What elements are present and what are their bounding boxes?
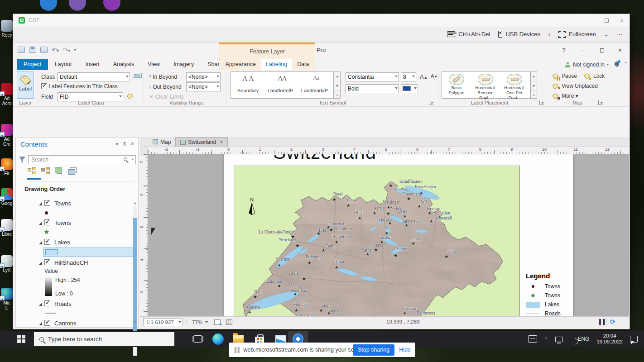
text-symbol-style-2[interactable]: AALandform/P... — [265, 72, 299, 98]
app-teams-purple-icon[interactable] — [69, 0, 86, 11]
fullscreen-dropdown[interactable]: ⌄ — [604, 31, 609, 38]
remote-close-button[interactable]: × — [614, 14, 630, 27]
grow-font-button[interactable]: A▲ — [420, 73, 428, 80]
font-style-combobox[interactable]: Bold — [346, 84, 399, 93]
grid-icon[interactable] — [226, 319, 232, 325]
undo-button[interactable]: ↶▾ — [52, 46, 59, 53]
arcgis-close-button[interactable]: × — [613, 44, 627, 56]
out-beyond-combobox[interactable]: <None> — [186, 82, 221, 91]
redo-button[interactable]: ↷▾ — [63, 46, 70, 53]
scrollbar-thumb[interactable] — [133, 218, 137, 344]
stop-sharing-button[interactable]: Stop sharing — [353, 344, 394, 356]
desktop-icon-acrobat[interactable]: AdAcro — [0, 83, 14, 106]
desktop-icon-creative-cloud[interactable]: AdCre — [0, 124, 14, 147]
placement-launcher[interactable] — [539, 100, 544, 105]
pane-menu-chevron[interactable]: ▾ — [115, 141, 118, 147]
placement-scroll-buttons[interactable]: ▲▼≡ — [530, 71, 537, 99]
layer-row-towns[interactable]: Towns — [16, 199, 132, 208]
town-dot-symbol[interactable] — [45, 211, 48, 214]
desktop-icon-chrome[interactable]: Goog — [0, 188, 14, 206]
scale-combobox[interactable]: 1:1 610 927 — [143, 318, 183, 326]
tab-labeling[interactable]: Labeling — [261, 59, 292, 70]
layer-row-hillshadech[interactable]: HillShadeCH — [16, 258, 132, 267]
pin-icon[interactable]: ⊼ — [123, 141, 126, 147]
pause-button[interactable]: ▐▐Pause — [553, 73, 577, 79]
layer-row-cantons[interactable]: Cantons — [16, 319, 132, 328]
gallery-scroll-buttons[interactable]: ▲▼≡ — [334, 71, 341, 99]
toolbar-expand-chevron[interactable]: › — [548, 31, 550, 38]
placement-style-1[interactable]: Basic Polygon — [442, 72, 471, 98]
desktop-icon-firefox[interactable]: Fir — [0, 158, 14, 176]
shrink-font-button[interactable]: A▼ — [431, 73, 437, 79]
language-indicator[interactable]: ENG — [577, 336, 589, 342]
show-hidden-icons-chevron[interactable]: ⌃ — [544, 337, 548, 342]
tab-insert[interactable]: Insert — [78, 59, 106, 70]
ctrl-alt-del-button[interactable]: Ctrl+Alt+Del — [447, 31, 490, 38]
expand-triangle-icon[interactable] — [39, 222, 42, 225]
layer-row-roads[interactable]: Roads — [16, 300, 132, 309]
view-unplaced-button[interactable]: ✕View Unplaced — [553, 83, 598, 89]
tab-project[interactable]: Project — [17, 59, 48, 70]
expand-triangle-icon[interactable] — [39, 303, 42, 306]
tab-appearance[interactable]: Appearance — [220, 59, 260, 70]
taskbar-search-input[interactable]: Type here to search — [34, 332, 174, 346]
taskbar-clock[interactable]: 20:04 19.09.2022 — [596, 333, 623, 345]
label-toggle-button[interactable]: ✓ Label — [17, 71, 34, 99]
refresh-view-button[interactable]: ⟳ — [610, 318, 615, 325]
arcgis-minimize-button[interactable]: – — [576, 44, 590, 56]
list-by-source-button[interactable] — [41, 167, 52, 176]
map-group-launcher[interactable] — [598, 100, 603, 105]
view-tab-map[interactable]: Map — [148, 137, 175, 147]
add-frame-icon[interactable]: + — [214, 319, 221, 325]
view-tab-switzerland[interactable]: Switzerland× — [175, 137, 228, 147]
tab-data[interactable]: Data — [292, 59, 314, 70]
expand-triangle-icon[interactable] — [39, 202, 42, 205]
field-options-icon[interactable] — [127, 93, 134, 99]
remote-minimize-button[interactable]: – — [583, 14, 599, 27]
fullscreen-button[interactable]: Fullscreen — [558, 31, 596, 38]
taskbar-app-edge[interactable] — [208, 331, 228, 347]
contents-search-input[interactable]: Search ▾ — [28, 155, 136, 164]
town-star-symbol[interactable]: ★ — [44, 229, 49, 235]
taskbar-app-task-view[interactable] — [188, 331, 208, 347]
help-button[interactable]: ? — [557, 44, 571, 56]
text-symbol-style-3[interactable]: AaLandmark/P... — [299, 72, 333, 98]
app-blue-icon[interactable] — [40, 0, 57, 11]
network-icon[interactable] — [555, 337, 563, 342]
clear-limits-button[interactable]: ✕ Clear Limits — [149, 94, 184, 100]
toast-drag-handle[interactable]: ▐▐ — [233, 347, 239, 352]
desktop-icon-lyx[interactable]: LyX — [0, 255, 14, 273]
list-by-drawing-order-button[interactable] — [28, 167, 38, 176]
layer-visibility-checkbox[interactable] — [44, 259, 50, 265]
zoom-combobox[interactable]: 77% — [189, 318, 210, 326]
customize-qat-button[interactable]: ▾ — [74, 48, 76, 52]
layer-visibility-checkbox[interactable] — [44, 200, 50, 206]
label-features-checkbox[interactable]: Label Features In This Class — [41, 83, 118, 90]
layer-row-lakes[interactable]: Lakes — [16, 238, 132, 247]
tab-close-icon[interactable]: × — [220, 139, 223, 145]
desktop-icon-libreoffice[interactable]: Libre — [0, 219, 14, 237]
desktop-icon-recycle-bin[interactable]: Recy — [0, 20, 14, 38]
arcgis-restore-button[interactable] — [595, 44, 609, 56]
map-frame[interactable]: ★Basel★Liestal★Schaffhausen★Kreuzlingen★… — [234, 166, 520, 316]
collapse-ribbon-button[interactable]: ⌃ — [624, 61, 628, 66]
sign-in-status[interactable]: Not signed in▾ — [565, 59, 609, 70]
start-button[interactable] — [17, 335, 26, 343]
font-size-combobox[interactable]: 8 — [401, 72, 416, 81]
open-project-icon[interactable] — [18, 47, 25, 53]
scrollbar-up-arrow[interactable]: ▲ — [133, 201, 137, 205]
list-by-snapping-button[interactable] — [68, 167, 79, 176]
class-combobox[interactable]: Default — [58, 72, 130, 81]
hide-toast-link[interactable]: Hide — [399, 347, 411, 353]
expand-triangle-icon[interactable] — [39, 262, 42, 265]
action-center-icon[interactable] — [630, 336, 638, 343]
layer-visibility-checkbox[interactable] — [44, 300, 50, 306]
desktop-icon-edge[interactable]: MicE — [0, 288, 14, 310]
placement-style-3[interactable]: Horizontal, One Per Feat... — [500, 72, 529, 98]
placement-style-2[interactable]: Horizontal, Remove Dupl... — [471, 72, 500, 98]
tab-analysis[interactable]: Analysis — [106, 59, 141, 70]
news-widget-icon[interactable] — [528, 335, 537, 343]
usb-devices-button[interactable]: USB Devices — [498, 31, 540, 38]
list-by-selection-button[interactable] — [55, 167, 66, 176]
layer-visibility-checkbox[interactable] — [44, 239, 50, 245]
